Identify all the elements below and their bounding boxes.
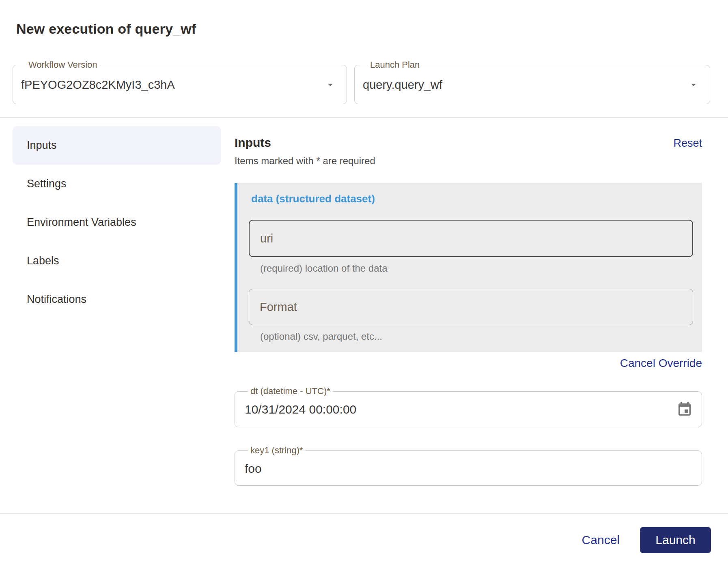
workflow-version-inner: fPEYOG2OZ8c2KMyI3_c3hA	[21, 70, 338, 99]
sidebar-item-label: Labels	[27, 255, 59, 267]
format-helper-text: (optional) csv, parquet, etc...	[260, 331, 693, 342]
dt-field-label: dt (datetime - UTC)*	[248, 386, 333, 397]
workflow-version-label: Workflow Version	[26, 60, 100, 70]
launch-plan-value: query.query_wf	[363, 78, 442, 92]
dt-field: dt (datetime - UTC)*	[235, 386, 702, 427]
key1-field-label: key1 (string)*	[248, 445, 306, 456]
new-execution-dialog: New execution of query_wf Workflow Versi…	[0, 0, 728, 566]
cancel-override-row: Cancel Override	[235, 357, 702, 370]
dialog-title: New execution of query_wf	[16, 21, 728, 37]
sidebar-item-environment-variables[interactable]: Environment Variables	[13, 203, 221, 242]
required-note: Items marked with * are required	[235, 155, 702, 167]
sidebar-item-notifications[interactable]: Notifications	[13, 280, 221, 319]
sidebar: Inputs Settings Environment Variables La…	[0, 118, 235, 513]
sidebar-item-labels[interactable]: Labels	[13, 242, 221, 280]
sidebar-item-label: Environment Variables	[27, 216, 136, 229]
sidebar-item-label: Settings	[27, 178, 67, 190]
calendar-icon	[676, 401, 693, 418]
uri-input[interactable]	[249, 220, 693, 257]
dt-field-inner	[243, 397, 694, 422]
chevron-down-icon	[325, 79, 336, 90]
inputs-header: Inputs Reset	[235, 136, 702, 150]
dialog-body: Inputs Settings Environment Variables La…	[0, 118, 728, 513]
launch-plan-inner: query.query_wf	[363, 70, 702, 99]
launch-button[interactable]: Launch	[640, 527, 711, 553]
workflow-version-value: fPEYOG2OZ8c2KMyI3_c3hA	[21, 78, 175, 92]
calendar-picker-button[interactable]	[676, 401, 694, 418]
dialog-footer: Cancel Launch	[0, 513, 728, 566]
chevron-down-icon	[688, 79, 699, 90]
dataset-label: data (structured dataset)	[251, 193, 693, 205]
inputs-panel: Inputs Reset Items marked with * are req…	[235, 118, 728, 513]
inputs-title: Inputs	[235, 136, 271, 150]
workflow-version-select[interactable]: Workflow Version fPEYOG2OZ8c2KMyI3_c3hA	[13, 60, 347, 104]
dt-input[interactable]	[243, 403, 676, 416]
launch-plan-label: Launch Plan	[368, 60, 422, 70]
reset-button[interactable]: Reset	[673, 137, 702, 150]
cancel-button[interactable]: Cancel	[582, 533, 620, 547]
sidebar-item-label: Inputs	[27, 139, 57, 152]
selectors-row: Workflow Version fPEYOG2OZ8c2KMyI3_c3hA …	[13, 60, 710, 104]
cancel-override-button[interactable]: Cancel Override	[620, 357, 702, 369]
key1-field: key1 (string)*	[235, 445, 702, 486]
key1-field-inner	[243, 456, 694, 482]
sidebar-item-inputs[interactable]: Inputs	[13, 126, 221, 165]
format-input[interactable]	[249, 289, 693, 325]
uri-helper-text: (required) location of the data	[260, 263, 693, 274]
key1-input[interactable]	[243, 462, 694, 476]
sidebar-item-label: Notifications	[27, 293, 86, 306]
launch-plan-select[interactable]: Launch Plan query.query_wf	[354, 60, 710, 104]
dataset-override-box: data (structured dataset) (required) loc…	[235, 183, 702, 352]
sidebar-item-settings[interactable]: Settings	[13, 165, 221, 203]
